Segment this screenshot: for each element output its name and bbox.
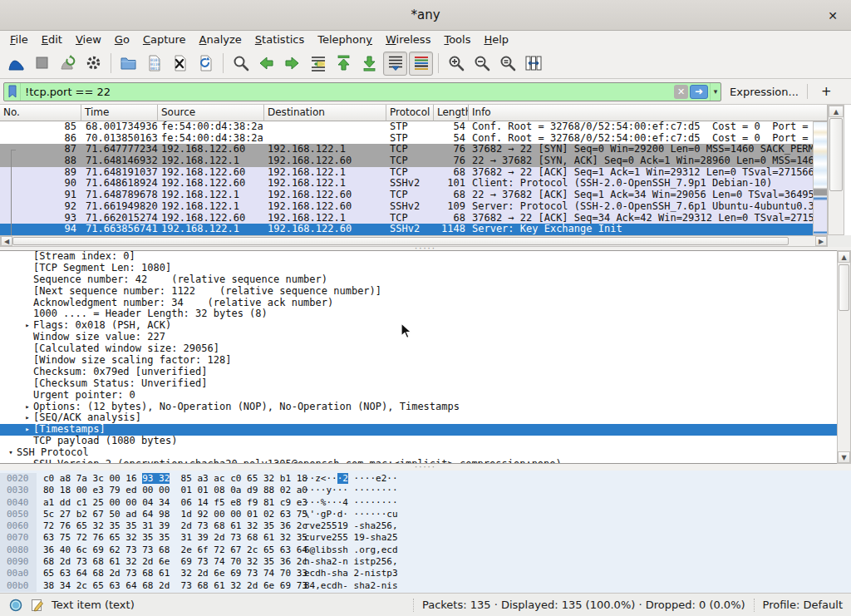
column-header-source[interactable]: Source: [158, 105, 264, 121]
go-first-button[interactable]: [332, 52, 356, 76]
capture-comment-icon[interactable]: [30, 598, 45, 613]
detail-row[interactable]: [Checksum Status: Unverified]: [0, 378, 851, 390]
hex-row[interactable]: 006072 76 65 32 35 35 31 39 2d 73 68 61 …: [0, 520, 851, 532]
zoom-out-button[interactable]: [470, 52, 494, 76]
pane-splitter-bottom[interactable]: [0, 464, 851, 471]
scroll-up-icon[interactable]: ▲: [829, 106, 844, 117]
packet-list-hscrollbar[interactable]: ◀ ▶: [0, 235, 828, 247]
zoom-in-button[interactable]: [444, 52, 468, 76]
menu-analyze[interactable]: Analyze: [193, 32, 248, 47]
collapsed-arrow-icon[interactable]: ▸: [22, 320, 33, 332]
menu-go[interactable]: Go: [108, 32, 136, 47]
scroll-up-icon[interactable]: ▲: [838, 251, 850, 263]
packet-row[interactable]: 9071.648618924192.168.122.60192.168.122.…: [0, 178, 813, 190]
colorize-button[interactable]: [409, 52, 433, 76]
filter-clear-button[interactable]: ✕: [674, 85, 688, 99]
expert-info-icon[interactable]: [8, 598, 23, 613]
packet-row[interactable]: 9471.663856741192.168.122.1192.168.122.6…: [0, 224, 813, 235]
detail-row[interactable]: ▸Options: (12 bytes), No-Operation (NOP)…: [0, 402, 851, 413]
packet-row[interactable]: 9371.662015274192.168.122.60192.168.122.…: [0, 213, 813, 224]
find-packet-button[interactable]: [229, 52, 253, 76]
detail-row[interactable]: 1000 .... = Header Length: 32 bytes (8): [0, 308, 851, 320]
hscroll-thumb[interactable]: [12, 237, 789, 245]
close-file-button[interactable]: [168, 52, 192, 76]
add-filter-button[interactable]: +: [816, 84, 837, 99]
menu-statistics[interactable]: Statistics: [248, 32, 311, 47]
menu-telephony[interactable]: Telephony: [311, 32, 379, 47]
menu-edit[interactable]: Edit: [35, 32, 69, 47]
go-back-button[interactable]: [254, 52, 278, 76]
detail-row[interactable]: ▸[Timestamps]: [0, 424, 851, 436]
detail-row[interactable]: [TCP Segment Len: 1080]: [0, 263, 851, 274]
menu-tools[interactable]: Tools: [437, 32, 477, 47]
packet-row[interactable]: 8568.001734936fe:54:00:d4:38:2aSTP54Conf…: [0, 121, 813, 133]
capture-options-button[interactable]: [81, 52, 106, 76]
detail-row[interactable]: ▸[SEQ/ACK analysis]: [0, 412, 851, 424]
packet-list-vscrollbar[interactable]: ▲ ▼: [828, 105, 844, 247]
column-header-protocol[interactable]: Protocol: [386, 105, 434, 121]
packet-row[interactable]: 8871.648146932192.168.122.1192.168.122.6…: [0, 155, 813, 167]
go-last-button[interactable]: [357, 52, 381, 76]
close-window-button[interactable]: ✕: [824, 7, 841, 24]
detail-row[interactable]: Urgent pointer: 0: [0, 390, 851, 402]
hex-row[interactable]: 00505c 27 b2 67 50 ad 64 98 1d 92 00 00 …: [0, 509, 851, 520]
column-header-no[interactable]: No.: [0, 105, 81, 121]
packet-row[interactable]: 8771.647777234192.168.122.60192.168.122.…: [0, 144, 813, 155]
auto-scroll-button[interactable]: [383, 52, 407, 76]
vscroll-thumb[interactable]: [829, 118, 843, 191]
packet-row[interactable]: 8670.013850163fe:54:00:d4:38:2aSTP54Conf…: [0, 133, 813, 145]
go-forward-button[interactable]: [280, 52, 304, 76]
restart-capture-button[interactable]: [56, 52, 80, 76]
column-header-destination[interactable]: Destination: [264, 105, 386, 121]
hex-row[interactable]: 0020c0 a8 7a 3c 00 16 93 32 85 a3 ac c0 …: [0, 473, 851, 485]
collapsed-arrow-icon[interactable]: ▸: [22, 412, 33, 424]
packet-row[interactable]: 9271.661949820192.168.122.1192.168.122.6…: [0, 201, 813, 213]
stop-capture-button[interactable]: [30, 52, 54, 76]
resize-columns-button[interactable]: [521, 52, 545, 76]
detail-row[interactable]: Window size value: 227: [0, 332, 851, 343]
column-header-info[interactable]: Info: [469, 105, 828, 121]
save-file-button[interactable]: 010101100011: [142, 52, 166, 76]
detail-row[interactable]: [Window size scaling factor: 128]: [0, 355, 851, 367]
expression-button[interactable]: Expression...: [730, 86, 799, 98]
menu-capture[interactable]: Capture: [136, 32, 193, 47]
start-capture-button[interactable]: [4, 52, 28, 76]
hex-row[interactable]: 0040a1 dd c1 25 00 00 04 34 06 14 f5 e8 …: [0, 497, 851, 509]
filter-bookmark-button[interactable]: [4, 83, 21, 101]
detail-row[interactable]: [Stream index: 0]: [0, 251, 851, 263]
display-filter-input[interactable]: !tcp.port == 22 ✕ ➜ ▾: [3, 82, 721, 101]
packet-minimap[interactable]: [813, 121, 828, 235]
packet-row[interactable]: 8971.648191037192.168.122.60192.168.122.…: [0, 167, 813, 179]
packet-row[interactable]: 9171.648789678192.168.122.1192.168.122.6…: [0, 190, 813, 201]
hex-row[interactable]: 007063 75 72 76 65 32 35 35 31 39 2d 73 …: [0, 532, 851, 544]
detail-row[interactable]: [Next sequence number: 1122 (relative se…: [0, 286, 851, 298]
column-header-length[interactable]: Length: [434, 105, 469, 121]
menu-file[interactable]: File: [3, 32, 35, 47]
reload-file-button[interactable]: [194, 52, 218, 76]
hex-row[interactable]: 00b038 34 2c 65 63 64 68 2d 73 68 61 32 …: [0, 580, 851, 592]
collapsed-arrow-icon[interactable]: ▸: [22, 424, 33, 436]
details-vscrollbar[interactable]: ▲ ▼: [837, 250, 851, 464]
detail-row[interactable]: ▾SSH Protocol: [0, 447, 851, 459]
column-header-time[interactable]: Time: [81, 105, 158, 121]
collapsed-arrow-icon[interactable]: ▸: [22, 402, 33, 413]
scroll-left-icon[interactable]: ◀: [1, 236, 12, 246]
hex-row[interactable]: 009068 2d 73 68 61 32 2d 6e 69 73 74 70 …: [0, 556, 851, 568]
vscroll-thumb[interactable]: [839, 264, 849, 311]
go-to-packet-button[interactable]: [306, 52, 330, 76]
detail-row[interactable]: ▸Flags: 0x018 (PSH, ACK): [0, 320, 851, 332]
detail-row[interactable]: Sequence number: 42 (relative sequence n…: [0, 274, 851, 286]
zoom-reset-button[interactable]: [495, 52, 519, 76]
detail-row[interactable]: Acknowledgment number: 34 (relative ack …: [0, 298, 851, 309]
detail-row[interactable]: [Calculated window size: 29056]: [0, 343, 851, 355]
filter-dropdown-caret[interactable]: ▾: [710, 83, 721, 101]
scroll-down-icon[interactable]: ▼: [838, 451, 850, 463]
menu-wireless[interactable]: Wireless: [379, 32, 437, 47]
hex-row[interactable]: 00a065 63 64 68 2d 73 68 61 32 2d 6e 69 …: [0, 568, 851, 579]
menu-view[interactable]: View: [69, 32, 108, 47]
filter-apply-button[interactable]: ➜: [690, 85, 708, 99]
detail-row[interactable]: Checksum: 0x79ed [unverified]: [0, 367, 851, 378]
profile-indicator[interactable]: Profile: Default: [763, 599, 843, 611]
open-file-button[interactable]: [116, 52, 140, 76]
scroll-right-icon[interactable]: ▶: [815, 236, 827, 246]
